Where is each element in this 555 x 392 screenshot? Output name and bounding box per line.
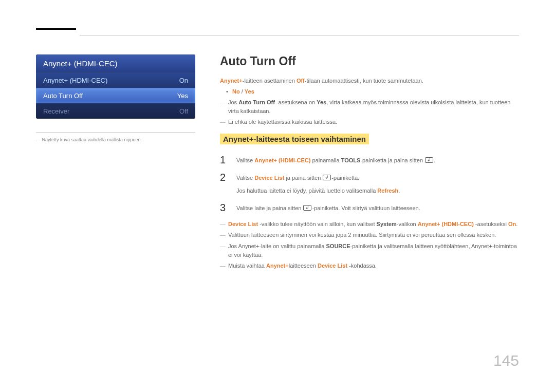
menu-panel: Anynet+ (HDMI-CEC) Anynet+ (HDMI-CEC) On… <box>36 54 195 119</box>
enter-icon <box>323 175 331 180</box>
menu-row-value: Yes <box>177 92 188 100</box>
menu-row-label: Anynet+ (HDMI-CEC) <box>43 77 107 84</box>
menu-row-label: Auto Turn Off <box>43 92 83 100</box>
menu-row-auto-turn-off[interactable]: Auto Turn Off Yes <box>36 88 195 103</box>
note-availability: Ei ehkä ole käytettävissä kaikissa laitt… <box>220 118 519 126</box>
section-title: Auto Turn Off <box>220 54 519 68</box>
step-2: 2 Valitse Device List ja paina sitten -p… <box>220 172 519 195</box>
intro-line: Anynet+-laitteen asettaminen Off-tilaan … <box>220 77 519 85</box>
step-1: 1 Valitse Anynet+ (HDMI-CEC) painamalla … <box>220 155 519 165</box>
menu-title: Anynet+ (HDMI-CEC) <box>36 54 195 72</box>
step-3: 3 Valitse laite ja paina sitten -painike… <box>220 202 519 213</box>
sub-heading: Anynet+-laitteesta toiseen vaihtaminen <box>220 134 369 144</box>
no-yes-option: No / Yes <box>226 87 519 96</box>
step-number: 3 <box>220 202 229 213</box>
after-note-delay: Valittuun laitteeseen siirtyminen voi ke… <box>220 231 519 239</box>
image-disclaimer: Näytetty kuva saattaa vaihdella mallista… <box>36 137 195 144</box>
menu-row-receiver[interactable]: Receiver Off <box>36 103 195 119</box>
enter-icon <box>303 205 311 211</box>
after-note-source: Jos Anynet+-laite on valittu painamalla … <box>220 242 519 259</box>
note-auto-turn-off: Jos Auto Turn Off -asetuksena on Yes, vi… <box>220 98 519 116</box>
menu-row-label: Receiver <box>43 107 69 115</box>
menu-row-anynet[interactable]: Anynet+ (HDMI-CEC) On <box>36 72 195 88</box>
step-number: 1 <box>220 155 229 165</box>
page-number: 145 <box>493 352 519 369</box>
step-number: 2 <box>220 172 229 182</box>
menu-row-value: On <box>179 77 188 84</box>
steps-list: 1 Valitse Anynet+ (HDMI-CEC) painamalla … <box>220 155 519 213</box>
after-note-device-list: Device List -valikko tulee näyttöön vain… <box>220 220 519 229</box>
menu-row-value: Off <box>179 107 188 115</box>
enter-icon <box>425 157 433 163</box>
after-note-remember: Muista vaihtaa Anynet+laitteeseen Device… <box>220 262 519 270</box>
